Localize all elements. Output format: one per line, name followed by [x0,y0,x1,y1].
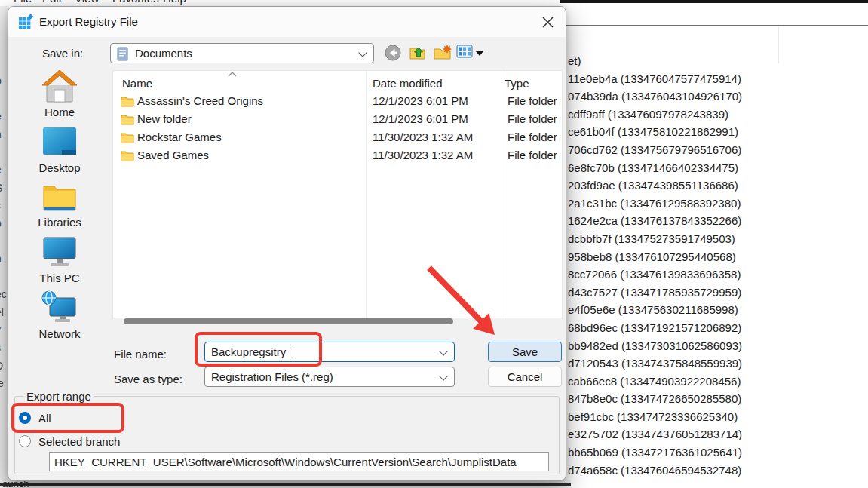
save-as-type-dropdown[interactable]: Registration Files (*.reg) [204,367,455,387]
registry-value-row[interactable]: 68bd96ec (133471921571206892) [568,319,868,337]
column-header-type[interactable]: Type [505,77,529,90]
chevron-down-icon [358,48,367,57]
file-row[interactable]: Assassin's Creed Origins 12/1/2023 6:01 … [113,93,562,111]
registry-value-row[interactable]: 203fd9ae (133474398551136686) [568,176,868,195]
folder-icon [121,150,134,161]
save-button[interactable]: Save [488,342,562,362]
sidebar-item-label: This PC [14,272,105,284]
file-type: File folder [508,149,557,161]
file-type: File folder [508,94,557,107]
file-row[interactable]: New folder 12/1/2023 6:01 PM File folder [113,111,562,129]
file-row[interactable]: Saved Games 11/30/2023 1:32 AM File fold… [113,147,562,165]
menu-edit[interactable]: Edit [42,0,62,5]
window-top-edge [560,0,868,3]
sidebar-item-libraries[interactable]: Libraries [14,179,105,229]
menu-file[interactable]: File [14,0,32,5]
sidebar-item-network[interactable]: Network [14,290,105,340]
registry-editor-icon [18,14,34,30]
registry-value-row[interactable]: dcbbfb7f (133475273591749503) [568,230,868,248]
back-icon [384,44,402,62]
registry-value-row[interactable]: d74a658c (133476046594532748) [568,462,868,480]
chevron-down-icon [439,347,447,355]
registry-value-row[interactable]: 1624e2ca (133476137843352266) [568,212,868,230]
registry-value-row[interactable]: 2a1c31bc (133476129588392380) [568,195,868,213]
documents-icon [117,47,128,61]
chevron-down-icon [439,372,447,380]
radio-selected-branch-label: Selected branch [38,435,120,448]
cancel-button[interactable]: Cancel [488,367,562,387]
dialog-titlebar[interactable]: Export Registry File [8,7,566,37]
file-rows: Assassin's Creed Origins 12/1/2023 6:01 … [113,93,562,165]
registry-value-row[interactable]: 958beb8 (133476107295440568) [568,248,868,266]
menu-help[interactable]: Help [163,0,186,5]
file-row[interactable]: Rockstar Games 11/30/2023 1:32 AM File f… [113,129,562,147]
sidebar-item-label: Desktop [14,161,105,174]
screen: File Edit View Favorites Help et)11e0eb4… [0,0,868,488]
sidebar-item-desktop[interactable]: Desktop [14,124,105,174]
registry-value-row[interactable]: 847b8e0c (133474726650285580) [568,390,868,408]
window-bottom-edge [0,483,571,486]
dialog-title: Export Registry File [39,15,138,28]
menu-favorites[interactable]: Favorites [112,0,159,5]
file-type: File folder [508,112,557,125]
registry-value-row[interactable]: 706cd762 (133475679796516706) [568,141,868,159]
registry-value-row[interactable]: 074b39da (133476043104926170) [568,87,868,106]
registry-value-row[interactable]: cab66ec8 (133474903922208456) [568,373,868,391]
registry-value-row[interactable]: e3275702 (133474376051283714) [568,425,868,443]
menu-view[interactable]: View [75,0,99,5]
close-icon[interactable] [541,16,554,29]
sort-ascending-icon[interactable] [228,72,237,77]
new-folder-button[interactable] [433,44,452,63]
registry-value-row[interactable]: bb9482ed (133473031062586093) [568,337,868,355]
registry-value-row[interactable]: 11e0eb4a (133476047577475914) [568,70,868,88]
selected-branch-path-input[interactable]: HKEY_CURRENT_USER\Software\Microsoft\Win… [49,452,549,471]
tree-text-fragments: o l e n t e S c b t n li ec el v s D le [0,72,7,393]
folder-icon [121,114,134,125]
view-menu-caret-icon[interactable] [476,51,483,56]
folder-icon [121,132,134,143]
registry-value-row[interactable]: et) [568,52,868,70]
sidebar-item-label: Libraries [14,216,105,229]
home-icon [41,69,78,103]
save-in-value: Documents [135,47,192,60]
save-in-label: Save in: [42,47,83,60]
file-name-input[interactable]: Backupregsitry [204,342,455,362]
registry-value-row[interactable]: ce61b04f (133475810221862991) [568,123,868,141]
registry-value-row[interactable]: d43c7527 (133471785935729959) [568,284,868,302]
file-date-modified: 11/30/2023 1:32 AM [373,130,473,143]
desktop-icon [41,124,78,159]
registry-value-row[interactable]: cdff9aff (133476097978243839) [568,106,868,124]
sidebar-item-label: Network [14,327,105,340]
registry-value-row[interactable]: 6e8fc70b (133471466402334475) [568,159,868,177]
up-one-level-button[interactable] [409,44,428,63]
file-name-value: Backupregsitry [211,345,286,358]
back-button[interactable] [384,44,403,63]
sidebar-item-this-pc[interactable]: This PC [14,235,105,284]
libraries-icon [41,179,78,213]
file-name: New folder [137,112,192,125]
registry-value-row[interactable]: e4f05e6e (133475630211685998) [568,301,868,319]
radio-unselected-icon[interactable] [19,435,31,447]
registry-value-row[interactable]: bef91cbc (133474723336625340) [568,408,868,426]
this-pc-icon [41,235,78,269]
column-header-date-modified[interactable]: Date modified [373,77,443,90]
horizontal-scrollbar[interactable] [124,318,453,324]
registry-value-row[interactable]: 8cc72066 (133476139833696358) [568,265,868,284]
save-in-dropdown[interactable]: Documents [110,43,374,63]
toolbar-divider-line [560,25,868,26]
file-name: Saved Games [137,149,209,161]
selected-branch-path-value: HKEY_CURRENT_USER\Software\Microsoft\Win… [54,456,517,468]
up-one-level-icon [409,44,428,62]
registry-value-row[interactable]: d7120543 (133474375848559939) [568,354,868,373]
export-registry-file-dialog: Export Registry File Save in: Documents [8,6,566,481]
radio-all-label: All [38,412,51,425]
radio-selected-icon[interactable] [19,412,31,424]
view-menu-button[interactable] [456,44,476,63]
new-folder-icon [433,44,452,62]
file-name: Rockstar Games [137,130,222,143]
column-header-name[interactable]: Name [122,77,152,90]
sidebar-item-home[interactable]: Home [14,69,105,118]
folder-icon [121,96,134,107]
registry-value-row[interactable]: bb65b069 (133472176361025641) [568,443,868,462]
file-name-label: File name: [114,348,167,361]
